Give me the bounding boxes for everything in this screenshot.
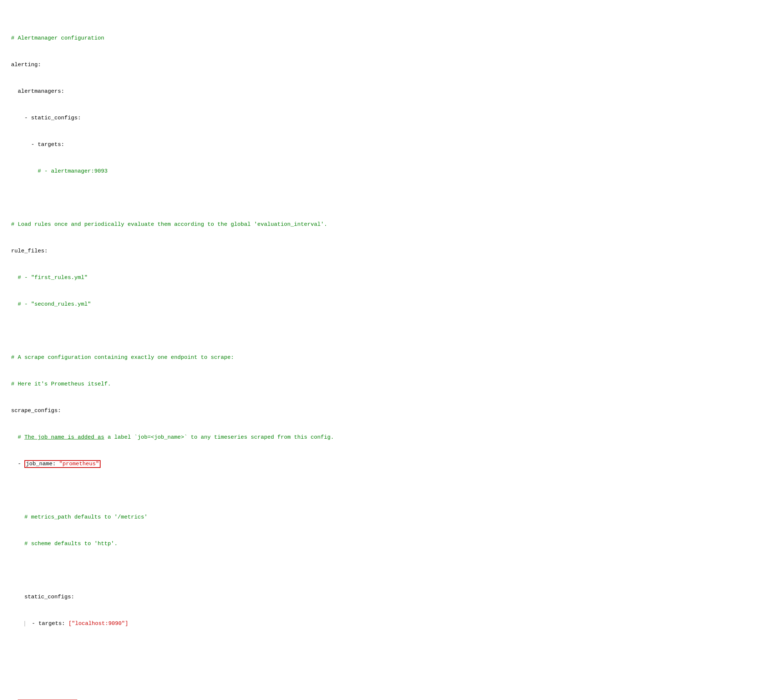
line-15: scrape_configs:: [11, 407, 769, 415]
line-13: # A scrape configuration containing exac…: [11, 353, 769, 362]
line-5: - targets:: [11, 140, 769, 149]
line-24: [11, 646, 769, 655]
line-19: # metrics_path defaults to '/metrics': [11, 513, 769, 522]
line-7: [11, 194, 769, 203]
line-8: # Load rules once and periodically evalu…: [11, 220, 769, 229]
line-6: # - alertmanager:9093: [11, 167, 769, 176]
line-25: [11, 673, 769, 682]
line-2: alerting:: [11, 61, 769, 70]
line-4: - static_configs:: [11, 114, 769, 123]
line-20: # scheme defaults to 'http'.: [11, 540, 769, 548]
line-14: # Here it's Prometheus itself.: [11, 380, 769, 389]
line-21: [11, 566, 769, 575]
line-18: [11, 487, 769, 495]
job-name-prometheus-box: job_name: "prometheus": [24, 460, 100, 468]
line-23: - targets: ["localhost:9090"]: [11, 620, 769, 628]
line-9: rule_files:: [11, 247, 769, 256]
line-1: # Alertmanager configuration: [11, 34, 769, 43]
code-editor: # Alertmanager configuration alerting: a…: [11, 7, 769, 700]
line-22: static_configs:: [11, 593, 769, 602]
line-3: alertmanagers:: [11, 87, 769, 96]
line-17: - job_name: "prometheus": [11, 460, 769, 468]
line-11: # - "second_rules.yml": [11, 300, 769, 309]
line-16: # The job name is added as a label `job=…: [11, 433, 769, 442]
line-12: [11, 327, 769, 336]
line-10: # - "first_rules.yml": [11, 273, 769, 282]
